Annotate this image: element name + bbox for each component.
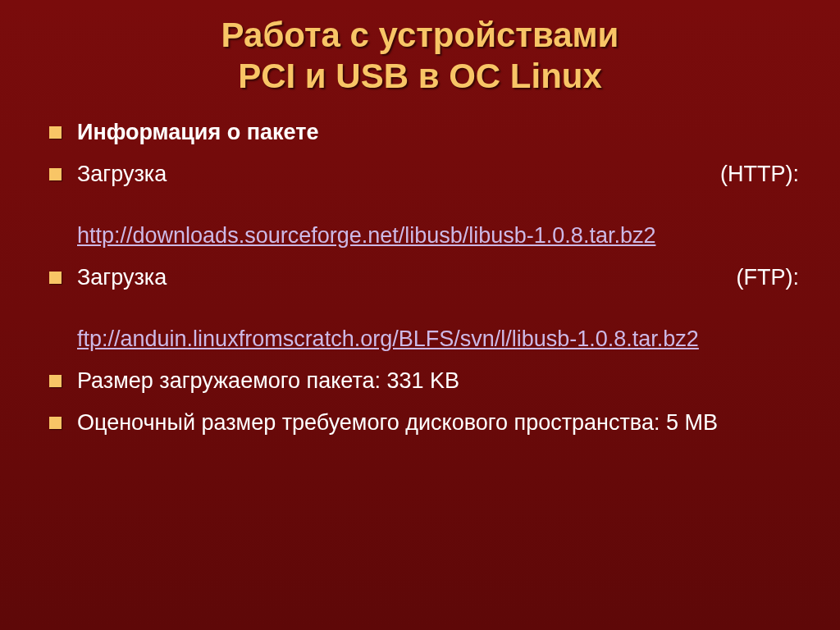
bullet-text: Информация о пакете (77, 120, 318, 144)
bullet-item-disk: Оценочный размер требуемого дискового пр… (46, 408, 799, 438)
bullet-text: Оценочный размер требуемого дискового пр… (77, 410, 718, 435)
ftp-label: Загрузка (77, 265, 167, 290)
ftp-link[interactable]: ftp://anduin.linuxfromscratch.org/BLFS/s… (77, 326, 699, 351)
title-line-1: Работа с устройствами (221, 16, 619, 54)
http-label: Загрузка (77, 162, 167, 186)
title-line-2: PCI и USB в ОС Linux (238, 57, 602, 95)
bullet-item-size: Размер загружаемого пакета: 331 KB (46, 366, 799, 396)
bullet-item-http: Загрузка (HTTP): http://downloads.source… (46, 159, 799, 251)
slide-title: Работа с устройствами PCI и USB в ОС Lin… (41, 15, 799, 96)
bullet-item-info: Информация о пакете (46, 117, 799, 148)
http-proto: (HTTP): (720, 162, 799, 186)
http-link[interactable]: http://downloads.sourceforge.net/libusb/… (77, 223, 655, 248)
bullet-text: Размер загружаемого пакета: 331 KB (77, 368, 459, 393)
bullet-list: Информация о пакете Загрузка (HTTP): htt… (41, 117, 799, 438)
bullet-item-ftp: Загрузка (FTP): ftp://anduin.linuxfromsc… (46, 262, 799, 354)
ftp-proto: (FTP): (737, 265, 799, 290)
